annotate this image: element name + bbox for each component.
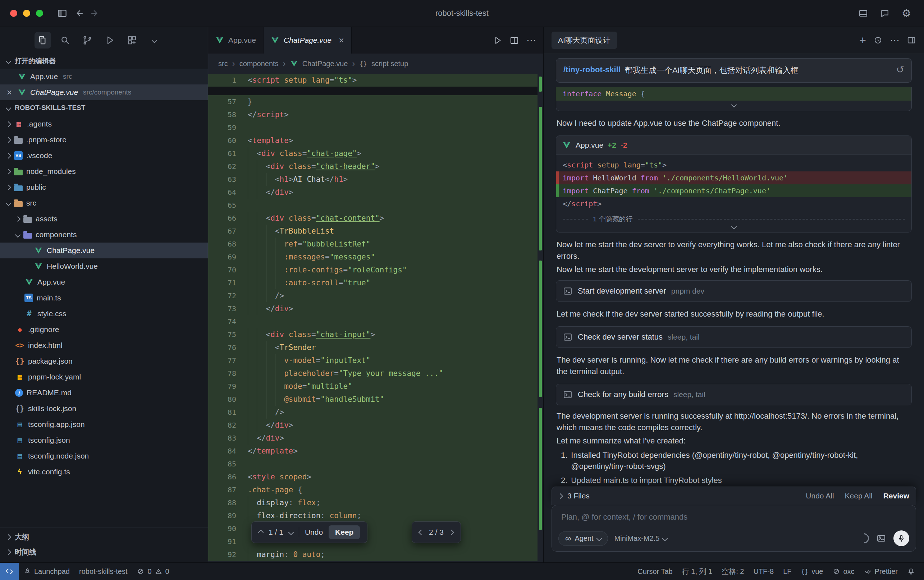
- language-item[interactable]: {} vue: [796, 567, 828, 576]
- code-line[interactable]: 84</template>: [208, 445, 538, 458]
- history-clock-icon[interactable]: [873, 36, 883, 45]
- code-line[interactable]: 76<TrSender: [208, 341, 538, 354]
- close-window-button[interactable]: [10, 10, 17, 17]
- chat-input-placeholder[interactable]: Plan, @ for context, / for commands: [561, 512, 906, 522]
- explorer-icon[interactable]: [35, 32, 51, 48]
- code-line[interactable]: 69:messages="messages": [208, 250, 538, 264]
- undo-all-button[interactable]: Undo All: [806, 492, 834, 500]
- chat-session-tab[interactable]: AI聊天页面设计: [551, 31, 617, 49]
- user-message[interactable]: /tiny-robot-skill 帮我生成一个AI聊天页面，包括对话列表和输入…: [556, 58, 912, 82]
- toggle-panel-icon[interactable]: [855, 5, 871, 21]
- code-line[interactable]: 59: [208, 121, 538, 134]
- code-line[interactable]: 66<div class="chat-content">: [208, 212, 538, 225]
- editor-more-actions-icon[interactable]: ⋯: [526, 36, 536, 45]
- eol-item[interactable]: LF: [779, 567, 796, 576]
- code-line[interactable]: 80@submit="handleSubmit": [208, 393, 538, 406]
- tree-item-.vscode[interactable]: VS.vscode: [0, 148, 208, 163]
- code-line[interactable]: 65: [208, 199, 538, 212]
- code-line[interactable]: 82</div>: [208, 419, 538, 432]
- run-file-icon[interactable]: [493, 36, 502, 45]
- back-icon[interactable]: [71, 5, 87, 21]
- code-line[interactable]: 89flex-direction: column;: [208, 509, 538, 522]
- tree-item-HelloWorld.vue[interactable]: HelloWorld.vue: [0, 259, 208, 274]
- tree-item-components[interactable]: components: [0, 227, 208, 242]
- tool-call[interactable]: Start development serverpnpm dev: [556, 280, 912, 302]
- model-selector[interactable]: MiniMax-M2.5: [614, 534, 667, 543]
- tree-item-package.json[interactable]: {}package.json: [0, 353, 208, 369]
- source-control-icon[interactable]: [79, 32, 96, 48]
- tree-item-vite.config.ts[interactable]: ϟvite.config.ts: [0, 464, 208, 480]
- search-icon[interactable]: [57, 32, 73, 48]
- tree-item-public[interactable]: public: [0, 179, 208, 195]
- code-line[interactable]: 92margin: 0 auto;: [208, 548, 538, 561]
- collapsed-region[interactable]: [208, 87, 538, 95]
- attach-image-icon[interactable]: [876, 533, 886, 543]
- expand-files-chevron-icon[interactable]: [558, 493, 563, 499]
- code-line[interactable]: 87.chat-page {: [208, 483, 538, 496]
- code-line[interactable]: 58</script>: [208, 108, 538, 121]
- code-line[interactable]: 79mode="multiple": [208, 380, 538, 393]
- voice-input-button[interactable]: [893, 531, 909, 546]
- code-line[interactable]: 81/>: [208, 406, 538, 419]
- prettier-item[interactable]: Prettier: [859, 567, 903, 576]
- tree-item-skills-lock.json[interactable]: {}skills-lock.json: [0, 401, 208, 417]
- next-edit-icon[interactable]: [288, 529, 294, 535]
- prev-file-icon[interactable]: [419, 529, 424, 535]
- agent-mode-selector[interactable]: ∞ Agent: [558, 531, 608, 546]
- tool-call[interactable]: Check for any build errorssleep, tail: [556, 384, 912, 405]
- code-line[interactable]: 86<style scoped>: [208, 470, 538, 483]
- tree-item-node_modules[interactable]: node_modules: [0, 163, 208, 179]
- code-line[interactable]: 78placeholder="Type your message ...": [208, 367, 538, 380]
- extensions-icon[interactable]: [124, 32, 140, 48]
- restore-checkpoint-icon[interactable]: ↺: [896, 65, 904, 75]
- tree-item-pnpm-lock.yaml[interactable]: ▦pnpm-lock.yaml: [0, 369, 208, 385]
- tree-item-tsconfig.app.json[interactable]: ▤tsconfig.app.json: [0, 417, 208, 432]
- project-item[interactable]: robot-skills-test: [74, 563, 132, 580]
- code-line[interactable]: 70:role-configs="roleConfigs": [208, 264, 538, 276]
- remote-indicator[interactable]: [0, 563, 19, 580]
- breadcrumb-file[interactable]: ChatPage.vue: [302, 60, 348, 68]
- open-editor-item[interactable]: ×ChatPage.vuesrc/components: [0, 84, 208, 100]
- next-file-icon[interactable]: [449, 529, 454, 535]
- new-chat-icon[interactable]: +: [859, 35, 866, 46]
- overview-ruler[interactable]: [538, 74, 543, 562]
- code-line[interactable]: 73</div>: [208, 302, 538, 315]
- files-count[interactable]: 3 Files: [568, 492, 590, 500]
- chat-input-box[interactable]: Plan, @ for context, / for commands ∞ Ag…: [551, 505, 916, 552]
- outline-section[interactable]: 大纲: [0, 529, 208, 544]
- tool-call[interactable]: Check dev server statussleep, tail: [556, 326, 912, 348]
- code-line[interactable]: 67<TrBubbleList: [208, 225, 538, 237]
- close-tab-icon[interactable]: ×: [339, 35, 344, 46]
- open-editor-item[interactable]: ×App.vuesrc: [0, 69, 208, 84]
- close-editor-icon[interactable]: ×: [5, 88, 14, 97]
- encoding-item[interactable]: UTF-8: [749, 567, 779, 576]
- problems-item[interactable]: 0 0: [132, 563, 174, 580]
- tree-item-index.html[interactable]: <>index.html: [0, 338, 208, 353]
- tree-item-README.md[interactable]: iREADME.md: [0, 385, 208, 401]
- code-line[interactable]: 83</div>: [208, 432, 538, 445]
- split-editor-icon[interactable]: [510, 36, 519, 45]
- skill-command-chip[interactable]: /tiny-robot-skill: [563, 65, 620, 74]
- notifications-item[interactable]: [903, 567, 920, 575]
- more-views-chevron-icon[interactable]: [146, 32, 163, 48]
- undo-edit-button[interactable]: Undo: [305, 528, 323, 537]
- line-col-item[interactable]: 行 1, 列 1: [677, 567, 717, 577]
- review-button[interactable]: Review: [883, 492, 909, 500]
- collapsed-code-card[interactable]: interface Message {: [556, 87, 912, 111]
- code-line[interactable]: 71:auto-scroll="true": [208, 276, 538, 289]
- prev-edit-icon[interactable]: [258, 529, 264, 535]
- code-line[interactable]: 74: [208, 315, 538, 328]
- code-line[interactable]: 68ref="bubbleListRef": [208, 237, 538, 250]
- chat-more-icon[interactable]: ⋯: [890, 36, 899, 45]
- open-editors-header[interactable]: 打开的编辑器: [0, 54, 208, 69]
- code-line[interactable]: 88display: flex;: [208, 496, 538, 509]
- chat-conversation[interactable]: /tiny-robot-skill 帮我生成一个AI聊天页面，包括对话列表和输入…: [544, 54, 924, 486]
- code-editor[interactable]: 1<script setup lang="ts">57}58</script>5…: [208, 74, 543, 562]
- indentation-item[interactable]: 空格: 2: [717, 567, 749, 577]
- code-line[interactable]: 57}: [208, 95, 538, 108]
- oxc-item[interactable]: oxc: [828, 567, 859, 576]
- project-section-header[interactable]: ROBOT-SKILLS-TEST: [0, 100, 208, 115]
- code-line[interactable]: 1<script setup lang="ts">: [208, 74, 538, 87]
- keep-edit-button[interactable]: Keep: [328, 526, 360, 539]
- expand-code-chevron[interactable]: [556, 101, 911, 111]
